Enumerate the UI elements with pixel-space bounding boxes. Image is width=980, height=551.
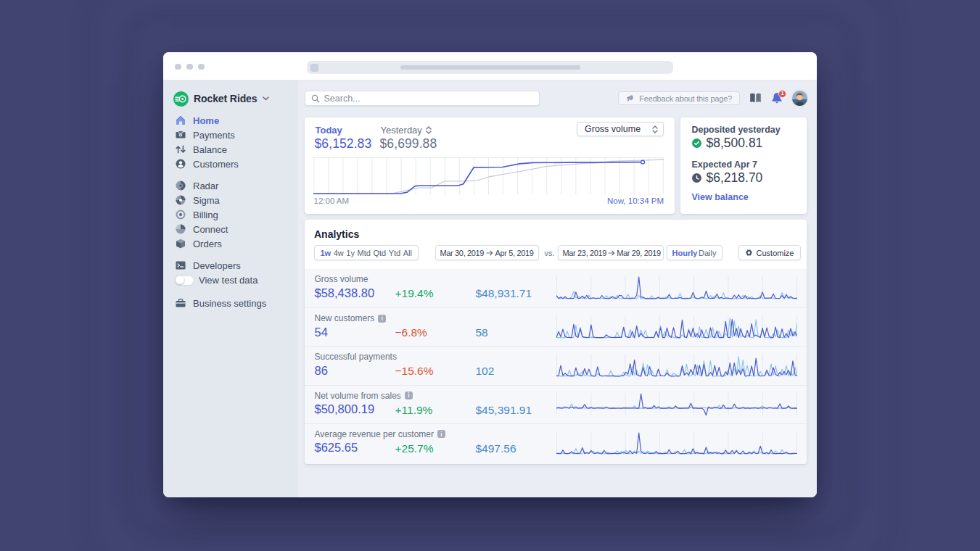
- sidebar-item-label: Developers: [193, 260, 241, 271]
- today-volume-chart: [313, 157, 664, 196]
- metric-delta: +11.9%: [395, 404, 433, 417]
- sidebar-item-label: Connect: [193, 224, 228, 235]
- select-chevrons-icon: [652, 125, 658, 133]
- period-option-1y[interactable]: 1y: [346, 249, 355, 257]
- search-input[interactable]: Search...: [305, 91, 540, 106]
- range-start: Mar 30, 2019: [440, 249, 485, 257]
- metric-delta: +25.7%: [395, 442, 434, 455]
- sidebar-item-orders[interactable]: Orders: [163, 236, 298, 251]
- period-option-4w[interactable]: 4w: [334, 249, 344, 257]
- x-axis-now-label: Now, 10:34 PM: [607, 196, 664, 205]
- sidebar-item-home[interactable]: Home: [163, 113, 298, 128]
- metric-label: Gross volume: [315, 274, 368, 284]
- user-avatar[interactable]: [792, 91, 807, 106]
- sidebar-item-connect[interactable]: Connect: [163, 222, 298, 236]
- sidebar-item-balance[interactable]: Balance: [163, 142, 298, 157]
- sidebar-item-business-settings[interactable]: Business settings: [163, 296, 298, 310]
- metric-row-average-revenue-per-customer[interactable]: Average revenue per customeri $625.65 +2…: [305, 423, 807, 464]
- billing-icon: [175, 209, 186, 220]
- metric-select-value: Gross volume: [585, 124, 641, 134]
- traffic-lights: [175, 64, 205, 70]
- balance-icon: [175, 144, 186, 155]
- metric-row-gross-volume[interactable]: Gross volume $58,438.80 +19.4% $48,931.7…: [305, 269, 807, 307]
- sidebar-item-label: Payments: [193, 130, 235, 141]
- sidebar-item-icon: [175, 209, 186, 220]
- sidebar-item-label: Home: [193, 115, 219, 126]
- metric-label: Net volume from salesi: [315, 391, 413, 401]
- sidebar-item-icon: [175, 129, 186, 141]
- info-icon[interactable]: i: [405, 392, 413, 399]
- dashboard-app: Rocket Rides Home Payments Balance Custo…: [163, 80, 817, 497]
- info-icon[interactable]: i: [378, 315, 386, 323]
- range-end: Mar 29, 2019: [617, 249, 661, 257]
- metric-label: Successful payments: [315, 352, 397, 362]
- yesterday-amount: $6,699.88: [380, 136, 437, 152]
- sidebar-item-developers[interactable]: Developers: [163, 258, 298, 273]
- sidebar: Rocket Rides Home Payments Balance Custo…: [163, 80, 298, 497]
- sigma-icon: [175, 194, 186, 206]
- sidebar-item-label: Balance: [193, 144, 227, 155]
- zoom-window-button[interactable]: [198, 64, 205, 70]
- sidebar-nav: Home Payments Balance Customers Radar Si…: [163, 113, 298, 310]
- metric-row-successful-payments[interactable]: Successful payments 86 −15.6% 102: [305, 346, 807, 384]
- sidebar-item-view-test-data[interactable]: View test data: [163, 273, 298, 287]
- sidebar-item-icon: [175, 297, 186, 309]
- metric-current-value: $50,800.19: [315, 402, 375, 416]
- interval-option-daily[interactable]: Daily: [699, 249, 716, 257]
- metric-current-value: 54: [315, 326, 328, 339]
- sidebar-item-radar[interactable]: Radar: [163, 178, 298, 193]
- notification-badge: 1: [778, 90, 786, 98]
- period-option-mtd[interactable]: Mtd: [358, 249, 371, 257]
- sidebar-item-icon: [175, 223, 186, 235]
- deposited-amount-row: $8,500.81: [692, 136, 763, 151]
- test-data-toggle[interactable]: [174, 275, 194, 286]
- yesterday-label-group[interactable]: Yesterday: [381, 125, 432, 136]
- period-option-qtd[interactable]: Qtd: [373, 249, 386, 257]
- today-label: Today: [316, 125, 342, 136]
- date-range-previous-button[interactable]: Mar 23, 2019 Mar 29, 2019: [558, 245, 664, 260]
- range-start: Mar 23, 2019: [563, 249, 607, 257]
- period-option-ytd[interactable]: Ytd: [389, 249, 401, 257]
- view-balance-link[interactable]: View balance: [692, 192, 749, 202]
- expected-label: Expected Apr 7: [692, 160, 758, 170]
- sidebar-item-icon: [175, 158, 186, 170]
- url-text-placeholder: [400, 65, 580, 70]
- minimize-window-button[interactable]: [186, 64, 193, 70]
- yesterday-label: Yesterday: [381, 125, 422, 136]
- browser-url-bar[interactable]: [307, 61, 673, 74]
- metric-row-new-customers[interactable]: New customersi 54 −6.8% 58: [305, 307, 807, 346]
- orders-icon: [175, 238, 186, 249]
- metric-previous-value: 58: [476, 326, 488, 339]
- sidebar-item-icon: [175, 238, 186, 249]
- chevron-down-icon: [263, 96, 269, 101]
- interval-option-hourly[interactable]: Hourly: [672, 249, 698, 257]
- today-amount: $6,152.83: [315, 136, 372, 152]
- sidebar-item-sigma[interactable]: Sigma: [163, 193, 298, 207]
- clock-icon: [692, 173, 701, 183]
- sidebar-item-payments[interactable]: Payments: [163, 128, 298, 142]
- sidebar-item-billing[interactable]: Billing: [163, 207, 298, 222]
- search-placeholder: Search...: [324, 94, 361, 104]
- nav-group-divider: [163, 171, 298, 178]
- info-icon[interactable]: i: [437, 430, 445, 438]
- balance-summary-card: Deposited yesterday $8,500.81 Expected A…: [680, 117, 807, 214]
- docs-button[interactable]: [749, 93, 762, 104]
- notifications-button[interactable]: 1: [771, 92, 783, 104]
- metric-delta: −15.6%: [395, 365, 434, 378]
- close-window-button[interactable]: [175, 64, 181, 70]
- sidebar-item-customers[interactable]: Customers: [163, 157, 298, 171]
- date-range-current-button[interactable]: Mar 30, 2019 Apr 5, 2019: [435, 245, 539, 260]
- developers-icon: [175, 260, 186, 271]
- today-overview-card: Today $6,152.83 Yesterday $6,699.88 Gros…: [305, 117, 675, 214]
- metric-delta: +19.4%: [395, 287, 434, 300]
- customize-button[interactable]: Customize: [738, 245, 801, 260]
- metric-select[interactable]: Gross volume: [577, 122, 664, 136]
- metric-sparkline-chart: [556, 269, 797, 307]
- sidebar-item-label: View test data: [199, 275, 258, 286]
- period-option-all[interactable]: All: [403, 249, 412, 257]
- account-switcher[interactable]: Rocket Rides: [173, 91, 269, 107]
- metric-row-net-volume-from-sales[interactable]: Net volume from salesi $50,800.19 +11.9%…: [305, 385, 807, 423]
- period-option-1w[interactable]: 1w: [321, 249, 332, 257]
- sidebar-item-label: Billing: [193, 210, 218, 220]
- feedback-button[interactable]: Feedback about this page?: [618, 91, 740, 105]
